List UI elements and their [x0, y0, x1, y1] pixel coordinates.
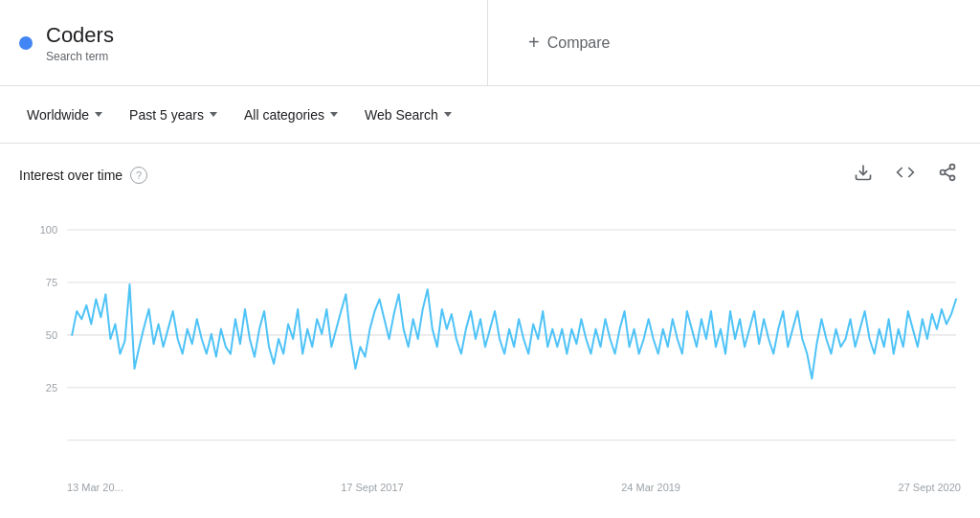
category-filter[interactable]: All categories [233, 101, 349, 128]
chart-title-group: Interest over time ? [19, 167, 147, 184]
location-label: Worldwide [27, 107, 89, 123]
interest-chart: 100 75 50 25 [19, 200, 961, 478]
term-color-dot [19, 36, 33, 50]
category-label: All categories [244, 107, 324, 123]
x-label-3: 24 Mar 2019 [621, 482, 680, 493]
plus-icon: + [528, 32, 540, 54]
compare-label: Compare [547, 34, 611, 52]
chart-container: 100 75 50 25 [19, 200, 961, 478]
compare-button[interactable]: + Compare [517, 24, 622, 61]
download-icon[interactable] [850, 159, 877, 191]
svg-text:100: 100 [40, 224, 57, 236]
chart-header: Interest over time ? [19, 159, 961, 191]
svg-line-5 [945, 168, 950, 170]
svg-text:25: 25 [46, 382, 57, 394]
svg-text:50: 50 [46, 329, 57, 341]
svg-line-4 [945, 173, 950, 176]
term-label: Search term [46, 50, 114, 63]
term-name: Coders [46, 23, 114, 48]
compare-section: + Compare [488, 24, 980, 61]
category-dropdown-icon [330, 112, 338, 117]
search-type-dropdown-icon [444, 112, 452, 117]
time-filter[interactable]: Past 5 years [118, 101, 229, 128]
x-label-1: 13 Mar 20... [67, 482, 123, 493]
svg-point-2 [941, 170, 946, 175]
svg-point-3 [950, 175, 955, 180]
x-axis-labels: 13 Mar 20... 17 Sept 2017 24 Mar 2019 27… [19, 478, 961, 493]
embed-icon[interactable] [892, 159, 919, 191]
time-label: Past 5 years [129, 107, 204, 123]
page-header: Coders Search term + Compare [0, 0, 980, 86]
location-dropdown-icon [95, 112, 102, 117]
filter-bar: Worldwide Past 5 years All categories We… [0, 86, 980, 144]
svg-point-1 [950, 165, 955, 169]
search-term-section: Coders Search term [0, 0, 488, 85]
location-filter[interactable]: Worldwide [15, 101, 114, 128]
share-icon[interactable] [934, 159, 961, 191]
chart-actions [850, 159, 961, 191]
chart-section: Interest over time ? [0, 144, 980, 493]
x-label-2: 17 Sept 2017 [341, 482, 403, 493]
search-type-label: Web Search [365, 107, 438, 123]
svg-text:75: 75 [46, 277, 57, 288]
term-info: Coders Search term [46, 23, 114, 63]
chart-title: Interest over time [19, 168, 122, 183]
x-label-4: 27 Sept 2020 [899, 482, 961, 493]
time-dropdown-icon [210, 112, 217, 117]
help-icon[interactable]: ? [130, 167, 147, 184]
search-type-filter[interactable]: Web Search [353, 101, 463, 128]
